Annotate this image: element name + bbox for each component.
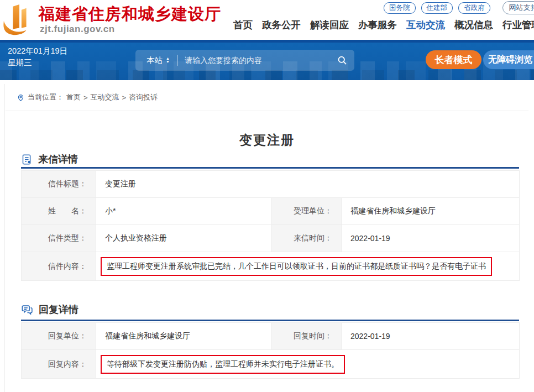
reply-section-title: 回复详情 (39, 303, 78, 316)
reply-content-value: 等待部级下发变更注册防伪贴，监理工程师并未实行电子注册证书。 (107, 359, 339, 368)
search-input[interactable] (185, 56, 330, 65)
site-url: zjt.fujian.gov.cn (40, 24, 115, 35)
search-scope-label: 本站 (146, 55, 163, 66)
search-button[interactable] (330, 50, 354, 71)
table-row: 回复单位： 福建省住房和城乡建设厅 回复时间： 2022-01-19 (22, 323, 520, 350)
table-row: 信件内容： 监理工程师变更注册系统审批已完结，几个工作日可以领取证书，目前的证书… (22, 252, 520, 281)
table-row: 姓 名： 小* 受理单位： 福建省住房和城乡建设厅 (22, 198, 520, 225)
letter-content-label: 信件内容： (22, 252, 96, 281)
reply-bubbles-icon (21, 304, 33, 316)
skyline-decoration-2 (0, 70, 534, 80)
site-header: 福建省住房和城乡建设厅 zjt.fujian.gov.cn 国务院 住建部 省政… (0, 0, 534, 40)
breadcrumb-prefix: 当前位置： (28, 92, 64, 102)
letter-content-value: 监理工程师变更注册系统审批已完结，几个工作日可以领取证书，目前的证书都是纸质证书… (107, 262, 486, 270)
link-provincial-gov[interactable]: 省政府 (458, 2, 490, 14)
ipv6-badge: 网站支持IPV6 (502, 1, 534, 14)
section-underline (21, 320, 519, 321)
breadcrumb-separator: > (122, 93, 127, 102)
table-row: 信件类型： 个人执业资格注册 来信时间： 2022-01-19 (22, 225, 520, 252)
search-bar: 本站 ▲▼ (135, 50, 354, 71)
left-border-rule (4, 84, 5, 392)
link-mohurd[interactable]: 住建部 (421, 2, 453, 14)
divider (177, 55, 178, 66)
search-icon (337, 55, 348, 66)
banner: 2022年01月19日 星期三 本站 ▲▼ 长者模式 无障碍浏览 (0, 40, 534, 80)
elder-mode-button[interactable]: 长者模式 (426, 50, 481, 69)
breadcrumb-home[interactable]: 首页 (66, 92, 81, 102)
highlight-box: 等待部级下发变更注册防伪贴，监理工程师并未实行电子注册证书。 (101, 355, 345, 374)
letter-name-value: 小* (96, 198, 271, 225)
banner-top-stripe (0, 40, 534, 43)
page: 福建省住房和城乡建设厅 zjt.fujian.gov.cn 国务院 住建部 省政… (0, 0, 534, 392)
main-nav: 首页 政务公开 解读回应 办事服务 互动交流 概况信息 行业管理 (233, 18, 534, 32)
letter-unit-value: 福建省住房和城乡建设厅 (342, 198, 520, 225)
site-title: 福建省住房和城乡建设厅 (39, 3, 221, 25)
nav-gov-affairs[interactable]: 政务公开 (262, 18, 301, 32)
letter-time-value: 2022-01-19 (342, 225, 520, 252)
reply-content-cell: 等待部级下发变更注册防伪贴，监理工程师并未实行电子注册证书。 (96, 350, 520, 379)
reply-details-table: 回复单位： 福建省住房和城乡建设厅 回复时间： 2022-01-19 回复内容：… (21, 322, 520, 379)
nav-overview[interactable]: 概况信息 (454, 18, 493, 32)
letter-content-cell: 监理工程师变更注册系统审批已完结，几个工作日可以领取证书，目前的证书都是纸质证书… (96, 252, 520, 281)
reply-section-header: 回复详情 (21, 303, 78, 316)
location-pin-icon (17, 93, 25, 102)
site-logo-icon[interactable] (2, 3, 36, 38)
reply-time-value: 2022-01-19 (342, 323, 520, 350)
letter-type-label: 信件类型： (22, 225, 96, 252)
reply-content-label: 回复内容： (22, 350, 96, 379)
accessibility-button[interactable]: 无障碍浏览 (483, 50, 534, 69)
nav-home[interactable]: 首页 (233, 18, 253, 32)
letter-type-value: 个人执业资格注册 (96, 225, 271, 252)
letter-document-icon (21, 154, 33, 165)
date-display: 2022年01月19日 星期三 (8, 45, 67, 69)
letter-title-label: 信件标题： (22, 171, 96, 198)
quick-links: 国务院 住建部 省政府 网站支持IPV6 (384, 1, 534, 14)
section-underline (21, 167, 519, 169)
nav-interaction[interactable]: 互动交流 (406, 18, 445, 32)
letter-time-label: 来信时间： (271, 225, 342, 252)
divider (6, 111, 528, 111)
page-title: 变更注册 (0, 132, 534, 149)
nav-services[interactable]: 办事服务 (358, 18, 397, 32)
letter-name-label: 姓 名： (22, 198, 96, 225)
letter-title-value: 变更注册 (96, 171, 520, 198)
weekday-text: 星期三 (8, 57, 67, 69)
highlight-box: 监理工程师变更注册系统审批已完结，几个工作日可以领取证书，目前的证书都是纸质证书… (101, 257, 492, 276)
letter-unit-label: 受理单位： (271, 198, 342, 225)
breadcrumb-separator: > (83, 93, 88, 102)
table-row: 信件标题： 变更注册 (22, 171, 520, 198)
breadcrumb-consult[interactable]: 咨询投诉 (129, 92, 158, 102)
breadcrumb: 当前位置： 首页 > 互动交流 > 咨询投诉 (17, 92, 158, 102)
reply-time-label: 回复时间： (271, 323, 342, 350)
table-row: 回复内容： 等待部级下发变更注册防伪贴，监理工程师并未实行电子注册证书。 (22, 350, 520, 379)
reply-unit-value: 福建省住房和城乡建设厅 (96, 323, 271, 350)
link-state-council[interactable]: 国务院 (384, 2, 416, 14)
chevron-up-down-icon: ▲▼ (166, 57, 170, 64)
breadcrumb-interaction[interactable]: 互动交流 (91, 92, 119, 102)
letter-details-table: 信件标题： 变更注册 姓 名： 小* 受理单位： 福建省住房和城乡建设厅 信件类… (21, 170, 520, 281)
letter-section-title: 来信详情 (38, 153, 78, 166)
date-text: 2022年01月19日 (8, 45, 67, 57)
nav-industry[interactable]: 行业管理 (502, 18, 534, 32)
reply-unit-label: 回复单位： (22, 323, 96, 350)
letter-section-header: 来信详情 (21, 153, 78, 166)
search-scope-select[interactable]: 本站 ▲▼ (135, 55, 170, 66)
nav-interpretation[interactable]: 解读回应 (310, 18, 349, 32)
